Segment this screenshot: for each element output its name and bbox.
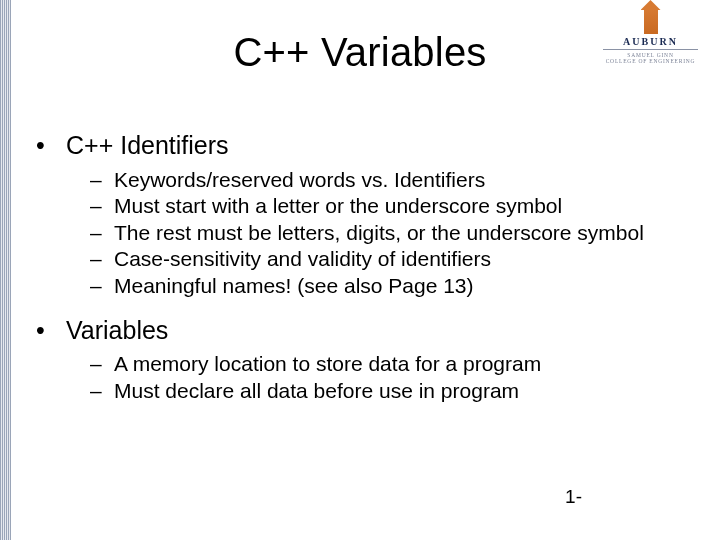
item-text: Case-sensitivity and validity of identif… [114,246,491,272]
slide: C++ Variables AUBURN SAMUEL GINN COLLEGE… [0,0,720,540]
section-variables: • Variables –A memory location to store … [32,315,692,404]
list-item: –A memory location to store data for a p… [90,351,692,377]
list-item: –The rest must be letters, digits, or th… [90,220,692,246]
item-text: Must start with a letter or the undersco… [114,193,562,219]
auburn-logo: AUBURN SAMUEL GINN COLLEGE OF ENGINEERIN… [603,8,698,65]
section-heading: Variables [66,315,168,346]
logo-subtitle-2: COLLEGE OF ENGINEERING [603,58,698,64]
list-item: –Must start with a letter or the undersc… [90,193,692,219]
list-item: –Case-sensitivity and validity of identi… [90,246,692,272]
bullet-dot: • [32,315,66,346]
list-item: –Meaningful names! (see also Page 13) [90,273,692,299]
section-identifiers: • C++ Identifiers –Keywords/reserved wor… [32,130,692,299]
item-text: The rest must be letters, digits, or the… [114,220,644,246]
section-heading: C++ Identifiers [66,130,229,161]
item-text: Meaningful names! (see also Page 13) [114,273,474,299]
item-text: Keywords/reserved words vs. Identifiers [114,167,485,193]
left-decoration-stripe [0,0,11,540]
list-item: –Keywords/reserved words vs. Identifiers [90,167,692,193]
logo-word: AUBURN [603,36,698,47]
tower-icon [644,8,658,34]
slide-body: • C++ Identifiers –Keywords/reserved wor… [32,130,692,419]
logo-rule [603,49,698,50]
item-text: A memory location to store data for a pr… [114,351,541,377]
page-number: 1- [565,486,582,508]
bullet-dot: • [32,130,66,161]
item-text: Must declare all data before use in prog… [114,378,519,404]
list-item: –Must declare all data before use in pro… [90,378,692,404]
